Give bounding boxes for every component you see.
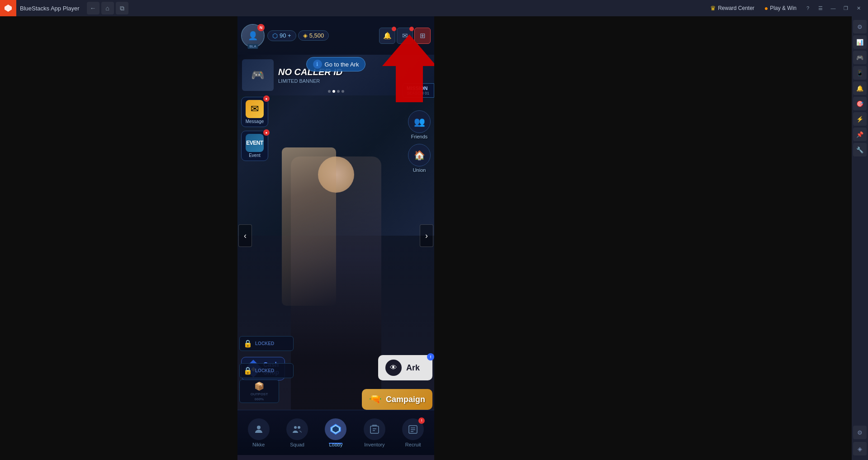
mission-text-area: MISSION SEASON 01 — [407, 85, 429, 95]
message-icon: ✉ — [246, 100, 264, 118]
minimize-button[interactable]: — — [827, 2, 839, 14]
banner-dot-4 — [342, 90, 344, 93]
carousel-left-button[interactable]: ‹ — [238, 224, 252, 247]
message-notification-dot: ● — [263, 95, 270, 102]
titlebar-nav: ← ⌂ ⧉ — [87, 2, 128, 14]
gem-icon: ● — [764, 5, 768, 12]
sidebar-icon-5[interactable]: 🔔 — [853, 81, 867, 95]
outpost-locked-item: 📦 OUTPOST 000% — [239, 379, 279, 403]
left-background — [0, 16, 237, 460]
nikke-label: Nikke — [252, 442, 265, 447]
nav-recruit-button[interactable]: ! Recruit — [399, 418, 427, 447]
right-side-buttons: 👥 Friends 🏠 Union — [404, 107, 434, 176]
outpost-icon: 📦 — [254, 381, 264, 391]
play-win-button[interactable]: ● Play & Win — [760, 3, 801, 13]
hud-icons-right: 🔔 ✉ ⊞ — [379, 28, 431, 44]
game-container: 👤 N BLA ⬡ 90 + ◈ 5,500 🔔 ✉ — [237, 16, 434, 455]
mission-season: SEASON 01 — [407, 91, 429, 95]
gem-icon: ◈ — [303, 32, 308, 39]
sidebar-icon-4[interactable]: 📱 — [853, 66, 867, 80]
sidebar-expand-icon[interactable]: ◈ — [853, 442, 867, 455]
campaign-icon: 🔫 — [369, 394, 381, 405]
sidebar-icon-3[interactable]: 🎮 — [853, 51, 867, 64]
nav-squad-button[interactable]: Squad — [284, 418, 311, 447]
ark-info-dot: ! — [427, 353, 434, 360]
energy-display: ⬡ 90 + — [267, 30, 296, 41]
right-sidebar: ⚙ 📊 🎮 📱 🔔 🎯 ⚡ 📌 🔧 ⚙ ◈ — [852, 16, 868, 460]
sidebar-icon-2[interactable]: 📊 — [853, 35, 867, 49]
locked-label-2: LOCKED — [255, 368, 274, 373]
locked-item-2: 🔒 LOCKED — [239, 363, 294, 378]
svg-point-2 — [294, 426, 297, 429]
nav-home-button[interactable]: ⌂ — [101, 2, 114, 14]
nav-back-button[interactable]: ← — [87, 2, 100, 14]
currency-area: ⬡ 90 + ◈ 5,500 — [267, 30, 376, 41]
notification-bell-button[interactable]: 🔔 — [379, 28, 395, 44]
svg-marker-0 — [5, 5, 12, 12]
outpost-sublabel: 000% — [255, 397, 264, 401]
ark-label: Ark — [406, 363, 420, 373]
menu-button[interactable]: ☰ — [815, 2, 826, 14]
squad-icon — [286, 418, 308, 440]
carousel-right-button[interactable]: › — [420, 224, 433, 247]
gems-value: 5,500 — [309, 32, 324, 39]
union-button[interactable]: 🏠 Union — [408, 144, 431, 173]
outpost-label: OUTPOST — [251, 392, 268, 396]
banner-dot-3 — [337, 90, 340, 93]
grid-menu-button[interactable]: ⊞ — [414, 28, 431, 44]
lock-icon-1: 🔒 — [243, 339, 252, 348]
banner-subtitle: LIMITED BANNER — [278, 78, 342, 84]
event-icon: EVENT — [246, 134, 264, 152]
left-side-buttons: ● ✉ Message ● EVENT Event — [237, 93, 272, 165]
ark-button[interactable]: 👁 Ark ! — [378, 355, 432, 380]
recruit-notification-dot: ! — [418, 417, 425, 424]
campaign-button[interactable]: 🔫 Campaign — [362, 389, 432, 410]
avatar-notification: N — [257, 24, 265, 31]
mission-label: MISSION — [407, 85, 429, 91]
hud-top-bar: 👤 N BLA ⬡ 90 + ◈ 5,500 🔔 ✉ — [237, 16, 434, 55]
nav-nikke-button[interactable]: Nikke — [245, 418, 272, 447]
banner-thumbnail: 🎮 — [242, 59, 274, 91]
event-button[interactable]: ● EVENT Event — [241, 131, 268, 161]
go-to-ark-button[interactable]: ℹ Go to the Ark — [306, 57, 366, 71]
app-logo — [0, 0, 16, 16]
svg-point-3 — [298, 426, 300, 429]
restore-button[interactable]: ❐ — [840, 2, 852, 14]
nav-lobby-button[interactable]: Lobby — [322, 418, 349, 447]
inventory-icon — [364, 418, 385, 440]
svg-rect-6 — [370, 426, 379, 433]
svg-point-1 — [257, 426, 261, 429]
go-to-ark-label: Go to the Ark — [325, 61, 359, 68]
friends-icon: 👥 — [408, 110, 431, 133]
close-button[interactable]: ✕ — [853, 2, 864, 14]
reward-center-button[interactable]: ♛ Reward Center — [706, 3, 759, 13]
sidebar-settings-icon[interactable]: ⚙ — [853, 426, 867, 439]
locked-item-1: 🔒 LOCKED — [239, 336, 294, 351]
avatar-container[interactable]: 👤 N BLA — [241, 24, 265, 47]
event-notification-dot: ● — [263, 129, 270, 136]
friends-button[interactable]: 👥 Friends — [408, 110, 431, 139]
nav-inventory-button[interactable]: Inventory — [361, 418, 388, 447]
help-button[interactable]: ? — [802, 2, 814, 14]
play-win-label: Play & Win — [770, 5, 797, 11]
sidebar-icon-1[interactable]: ⚙ — [853, 20, 867, 33]
sidebar-icon-8[interactable]: 📌 — [853, 128, 867, 141]
reward-center-label: Reward Center — [718, 5, 754, 11]
sidebar-icon-9[interactable]: 🔧 — [853, 143, 867, 156]
union-icon: 🏠 — [408, 144, 431, 166]
sidebar-icon-6[interactable]: 🎯 — [853, 97, 867, 110]
mission-banner[interactable]: MISSION SEASON 01 — [403, 83, 434, 98]
right-background — [434, 16, 852, 460]
crown-icon: ♛ — [710, 5, 716, 12]
banner-dot-1 — [328, 90, 331, 93]
banner-dot-2 — [332, 90, 335, 93]
message-button[interactable]: ● ✉ Message — [241, 97, 268, 127]
nav-multi-button[interactable]: ⧉ — [116, 2, 128, 14]
titlebar-right-controls: ♛ Reward Center ● Play & Win ? ☰ — ❐ ✕ — [706, 2, 868, 14]
banner-dots — [328, 90, 344, 93]
sidebar-icon-7[interactable]: ⚡ — [853, 112, 867, 126]
squad-label: Squad — [290, 442, 304, 447]
ark-icon: 👁 — [385, 360, 402, 376]
energy-value: 90 + — [280, 32, 291, 39]
mail-button[interactable]: ✉ — [397, 28, 413, 44]
